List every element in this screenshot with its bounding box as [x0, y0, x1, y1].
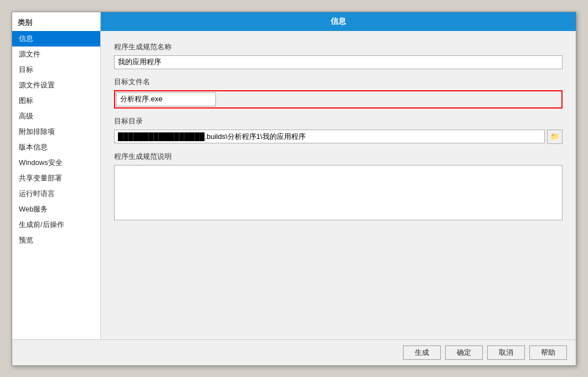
- folder-icon: 📁: [550, 132, 559, 141]
- sidebar-item-exclude[interactable]: 附加排除项: [12, 124, 100, 140]
- program-spec-name-input[interactable]: [114, 55, 563, 69]
- cancel-button[interactable]: 取消: [487, 345, 525, 360]
- target-filename-input[interactable]: [116, 92, 216, 106]
- program-spec-name-label: 程序生成规范名称: [114, 42, 563, 52]
- sidebar-item-target[interactable]: 目标: [12, 62, 100, 78]
- main-content: 信息 程序生成规范名称 目标文件名 目标目录: [101, 12, 576, 339]
- sidebar-item-version[interactable]: 版本信息: [12, 140, 100, 155]
- program-spec-name-group: 程序生成规范名称: [114, 42, 563, 69]
- dialog-footer: 生成 确定 取消 帮助: [12, 339, 576, 365]
- program-spec-desc-label: 程序生成规范说明: [114, 152, 563, 162]
- sidebar-item-pre-post[interactable]: 生成前/后操作: [12, 217, 100, 233]
- sidebar-item-advanced[interactable]: 高级: [12, 109, 100, 124]
- target-filename-group: 目标文件名: [114, 77, 563, 109]
- target-dir-input[interactable]: [114, 130, 545, 143]
- program-spec-desc-group: 程序生成规范说明: [114, 152, 563, 220]
- generate-button[interactable]: 生成: [403, 345, 441, 360]
- sidebar-item-source[interactable]: 源文件: [12, 47, 100, 62]
- program-spec-desc-textarea[interactable]: [114, 165, 563, 220]
- dialog-body: 类别 信息 源文件 目标 源文件设置 图标 高级 附加排除项 版本信息 Wind…: [12, 12, 576, 339]
- target-filename-highlight: [114, 90, 563, 109]
- sidebar-item-web-service[interactable]: Web服务: [12, 202, 100, 217]
- main-dialog: 类别 信息 源文件 目标 源文件设置 图标 高级 附加排除项 版本信息 Wind…: [12, 12, 576, 366]
- sidebar-item-shared-vars[interactable]: 共享变量部署: [12, 171, 100, 186]
- sidebar-item-icon[interactable]: 图标: [12, 93, 100, 109]
- sidebar-header: 类别: [12, 14, 100, 31]
- target-dir-group: 目标目录 📁: [114, 116, 563, 144]
- sidebar-item-source-settings[interactable]: 源文件设置: [12, 78, 100, 93]
- target-dir-label: 目标目录: [114, 116, 563, 126]
- target-filename-label: 目标文件名: [114, 77, 563, 87]
- target-dir-row: 📁: [114, 130, 563, 144]
- ok-button[interactable]: 确定: [445, 345, 483, 360]
- sidebar-item-preview[interactable]: 预览: [12, 233, 100, 248]
- help-button[interactable]: 帮助: [529, 345, 567, 360]
- sidebar-item-runtime-lang[interactable]: 运行时语言: [12, 186, 100, 202]
- browse-button[interactable]: 📁: [547, 130, 563, 144]
- sidebar-item-info[interactable]: 信息: [12, 31, 100, 47]
- main-header: 信息: [101, 12, 576, 31]
- sidebar: 类别 信息 源文件 目标 源文件设置 图标 高级 附加排除项 版本信息 Wind…: [12, 12, 101, 339]
- sidebar-item-windows-security[interactable]: Windows安全: [12, 155, 100, 171]
- main-body: 程序生成规范名称 目标文件名 目标目录 📁: [101, 31, 576, 339]
